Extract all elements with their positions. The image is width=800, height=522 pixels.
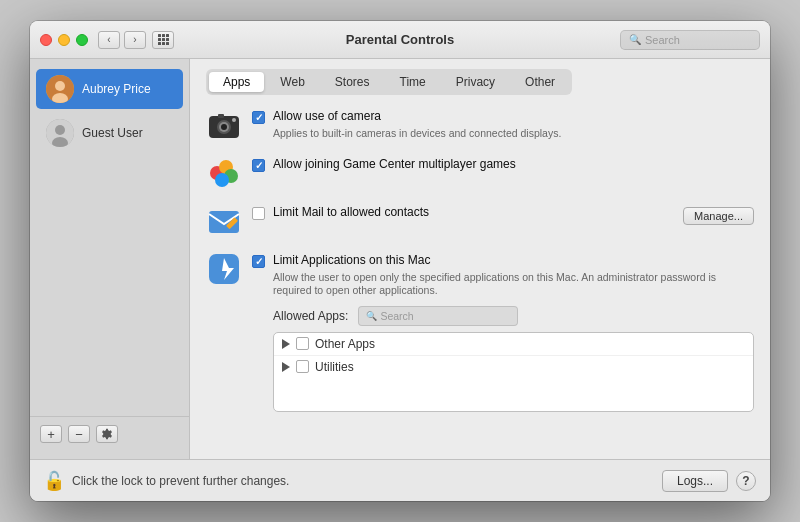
manage-button[interactable]: Manage... — [683, 207, 754, 225]
main-content: Apps Web Stores Time Privacy Other — [190, 59, 770, 459]
grid-icon — [158, 34, 169, 45]
apps-title: Limit Applications on this Mac — [273, 253, 754, 269]
traffic-lights — [40, 34, 88, 46]
bottom-right-buttons: Logs... ? — [662, 470, 756, 492]
tab-apps[interactable]: Apps — [209, 72, 264, 92]
tabs-bar: Apps Web Stores Time Privacy Other — [206, 69, 572, 95]
sidebar-user-name-aubrey: Aubrey Price — [82, 82, 151, 96]
list-item-utilities[interactable]: Utilities — [274, 356, 753, 378]
nav-buttons: ‹ › — [98, 31, 146, 49]
camera-text-area: Allow use of camera Applies to built-in … — [273, 109, 754, 140]
search-icon: 🔍 — [629, 34, 641, 45]
content-area: Aubrey Price Guest User + − — [30, 59, 770, 459]
minimize-button[interactable] — [58, 34, 70, 46]
setting-mail: Limit Mail to allowed contacts Manage... — [206, 203, 754, 239]
lock-area: 🔓 Click the lock to prevent further chan… — [44, 470, 289, 492]
remove-user-button[interactable]: − — [68, 425, 90, 443]
svg-rect-10 — [218, 114, 224, 118]
apps-checkbox[interactable]: ✓ — [252, 255, 265, 268]
gamecenter-check-area: ✓ Allow joining Game Center multiplayer … — [252, 155, 754, 173]
camera-title: Allow use of camera — [273, 109, 754, 125]
setting-apps: ✓ Limit Applications on this Mac Allow t… — [206, 251, 754, 412]
titlebar: ‹ › Parental Controls 🔍 — [30, 21, 770, 59]
help-button[interactable]: ? — [736, 471, 756, 491]
tab-other[interactable]: Other — [511, 72, 569, 92]
tab-stores[interactable]: Stores — [321, 72, 384, 92]
window-title: Parental Controls — [346, 32, 454, 47]
svg-point-9 — [221, 124, 227, 130]
apps-desc: Allow the user to open only the specifie… — [273, 271, 754, 298]
gear-icon — [101, 428, 113, 440]
allowed-apps-search-box[interactable]: 🔍 — [358, 306, 518, 326]
gamecenter-checkbox[interactable]: ✓ — [252, 159, 265, 172]
sidebar-user-aubrey[interactable]: Aubrey Price — [36, 69, 183, 109]
camera-check-area: ✓ Allow use of camera Applies to built-i… — [252, 107, 754, 140]
svg-point-11 — [232, 118, 236, 122]
sidebar-bottom: + − — [30, 416, 189, 451]
settings-list: ✓ Allow use of camera Applies to built-i… — [206, 107, 754, 459]
expand-triangle-icon — [282, 362, 290, 372]
search-icon-small: 🔍 — [366, 311, 377, 321]
camera-checkbox[interactable]: ✓ — [252, 111, 265, 124]
svg-point-15 — [215, 173, 229, 187]
checkmark: ✓ — [255, 160, 263, 171]
gamecenter-text-area: Allow joining Game Center multiplayer ga… — [273, 157, 754, 173]
mail-check-area: Limit Mail to allowed contacts Manage... — [252, 203, 754, 225]
checkmark: ✓ — [255, 112, 263, 123]
other-apps-label: Other Apps — [315, 337, 375, 351]
sidebar-user-name-guest: Guest User — [82, 126, 143, 140]
camera-desc: Applies to built-in cameras in devices a… — [273, 127, 754, 141]
allowed-apps-search-input[interactable] — [380, 310, 510, 322]
gear-button[interactable] — [96, 425, 118, 443]
close-button[interactable] — [40, 34, 52, 46]
mail-title: Limit Mail to allowed contacts — [273, 205, 675, 221]
utilities-checkbox[interactable] — [296, 360, 309, 373]
forward-button[interactable]: › — [124, 31, 146, 49]
lock-icon[interactable]: 🔓 — [44, 470, 64, 492]
tab-time[interactable]: Time — [386, 72, 440, 92]
lock-text: Click the lock to prevent further change… — [72, 474, 289, 488]
sidebar-user-guest[interactable]: Guest User — [36, 113, 183, 153]
tab-web[interactable]: Web — [266, 72, 318, 92]
back-button[interactable]: ‹ — [98, 31, 120, 49]
tab-privacy[interactable]: Privacy — [442, 72, 509, 92]
main-window: ‹ › Parental Controls 🔍 — [30, 21, 770, 501]
svg-point-1 — [55, 81, 65, 91]
other-apps-checkbox[interactable] — [296, 337, 309, 350]
apps-list-box: Other Apps Utilities — [273, 332, 754, 412]
allowed-apps-label: Allowed Apps: — [273, 309, 348, 323]
list-item-other-apps[interactable]: Other Apps — [274, 333, 753, 356]
zoom-button[interactable] — [76, 34, 88, 46]
expand-triangle-icon — [282, 339, 290, 349]
add-user-button[interactable]: + — [40, 425, 62, 443]
setting-gamecenter: ✓ Allow joining Game Center multiplayer … — [206, 155, 754, 191]
grid-button[interactable] — [152, 31, 174, 49]
avatar-aubrey — [46, 75, 74, 103]
svg-point-4 — [55, 125, 65, 135]
apps-check-area: ✓ Limit Applications on this Mac Allow t… — [252, 251, 754, 412]
allowed-apps-section: Allowed Apps: 🔍 Other App — [252, 306, 754, 412]
gamecenter-icon — [206, 155, 242, 191]
mail-icon — [206, 203, 242, 239]
camera-icon — [206, 107, 242, 143]
utilities-label: Utilities — [315, 360, 354, 374]
logs-button[interactable]: Logs... — [662, 470, 728, 492]
avatar-guest — [46, 119, 74, 147]
sidebar: Aubrey Price Guest User + − — [30, 59, 190, 459]
bottom-bar: 🔓 Click the lock to prevent further chan… — [30, 459, 770, 501]
titlebar-search-box[interactable]: 🔍 — [620, 30, 760, 50]
checkmark: ✓ — [255, 256, 263, 267]
mail-text-area: Limit Mail to allowed contacts — [273, 205, 675, 221]
setting-camera: ✓ Allow use of camera Applies to built-i… — [206, 107, 754, 143]
gamecenter-title: Allow joining Game Center multiplayer ga… — [273, 157, 754, 173]
apps-text-area: Limit Applications on this Mac Allow the… — [273, 253, 754, 298]
allowed-apps-header: Allowed Apps: 🔍 — [273, 306, 754, 326]
mail-checkbox[interactable] — [252, 207, 265, 220]
search-input[interactable] — [645, 34, 751, 46]
appstore-icon — [206, 251, 242, 287]
